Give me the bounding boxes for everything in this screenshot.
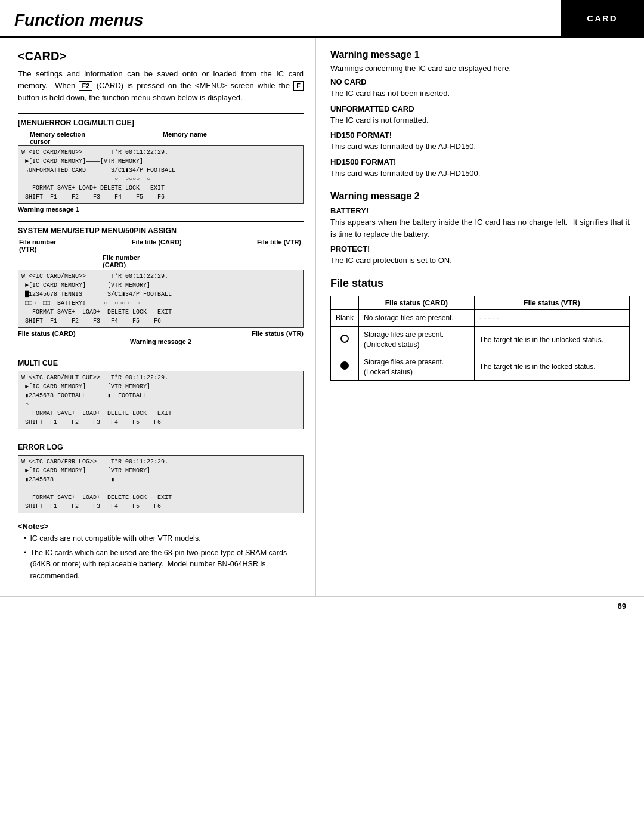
- left-column: <CARD> The settings and information can …: [0, 38, 316, 596]
- notes-section: <Notes> IC cards are not compatible with…: [18, 522, 304, 582]
- label-memory-selection: Memory selectioncursor: [30, 131, 85, 145]
- screen2-line-2: ►[IC CARD MEMORY] [VTR MEMORY]: [21, 281, 300, 290]
- el-line-2: ►[IC CARD MEMORY] [VTR MEMORY]: [21, 466, 300, 475]
- page-body: <CARD> The settings and information can …: [0, 38, 644, 596]
- mc-line-2: ►[IC CARD MEMORY] [VTR MEMORY]: [21, 382, 300, 391]
- card-intro-text: The settings and information can be save…: [18, 68, 304, 104]
- card-status-locked: Storage files are present.(Locked status…: [359, 354, 475, 381]
- el-line-1: W <<IC CARD/ERR LOG>> T*R 00:11:22:29.: [21, 457, 300, 466]
- col-header-vtr: File status (VTR): [474, 296, 629, 309]
- screen2-line-5: FORMAT SAVE+ LOAD+ DELETE LOCK EXIT: [21, 308, 300, 317]
- col-header-icon: [331, 296, 359, 309]
- unformatted-card-text: The IC card is not formatted.: [330, 114, 630, 126]
- unformatted-card-title: UNFORMATTED CARD: [330, 104, 630, 113]
- mc-line-6: SHIFT F1 F2 F3 F4 F5 F6: [21, 418, 300, 427]
- note-item-1: IC cards are not compatible with other V…: [24, 533, 304, 544]
- screen-line-1: W <IC CARD/MENU>> T*R 00:11:22:29.: [21, 148, 300, 157]
- mc-line-4: ○: [21, 400, 300, 409]
- warning1-intro: Warnings concerning the IC card are disp…: [330, 64, 630, 73]
- subsection-multi-cue: MULTI CUE: [18, 354, 304, 367]
- no-card-text: The IC card has not been inserted.: [330, 88, 630, 100]
- battery-text: This appears when the battery inside the…: [330, 216, 630, 240]
- note-item-2: The IC cards which can be used are the 6…: [24, 547, 304, 582]
- screen-line-5: FORMAT SAVE+ LOAD+ DELETE LOCK EXIT: [21, 184, 300, 193]
- icon-circle-open: [331, 326, 359, 354]
- page-title: Function menus: [0, 0, 561, 36]
- notes-list: IC cards are not compatible with other V…: [18, 533, 304, 582]
- screen-note-2: Warning message 2: [18, 338, 304, 345]
- label-file-title-card: File title (CARD): [132, 239, 182, 246]
- header-tab: CARD: [561, 0, 644, 36]
- protect-title: PROTECT!: [330, 244, 630, 253]
- screen2-line-3: █12345678 TENNIS S/C1▮34/P FOOTBALL: [21, 290, 300, 299]
- file-status-title: File status: [330, 277, 630, 290]
- vtr-status-locked: The target file is in the locked status.: [474, 354, 629, 381]
- screen2-line-6: SHIFT F1 F2 F3 F4 F5 F6: [21, 317, 300, 326]
- mc-line-5: FORMAT SAVE+ LOAD+ DELETE LOCK EXIT: [21, 409, 300, 418]
- notes-title: <Notes>: [18, 522, 304, 531]
- right-column: Warning message 1 Warnings concerning th…: [316, 38, 644, 596]
- hd150-title: HD150 FORMAT!: [330, 131, 630, 140]
- circle-filled-icon: [340, 361, 349, 370]
- screen-system-menu: W <<IC CARD/MENU>> T*R 00:11:22:29. ►[IC…: [18, 270, 304, 328]
- label-file-number-card: File number(CARD): [103, 254, 140, 268]
- circle-open-icon: [340, 335, 349, 343]
- el-line-3: ▮2345678 ▮: [21, 475, 300, 484]
- page-header: Function menus CARD: [0, 0, 644, 38]
- table-row: Blank No storage files are present. - - …: [331, 309, 630, 326]
- screen-line-6: SHIFT F1 F2 F3 F4 F5 F6: [21, 193, 300, 202]
- label-file-status-vtr: File status (VTR): [252, 330, 304, 337]
- screen-line-2: ►[IC CARD MEMORY]————[VTR MEMORY]: [21, 157, 300, 166]
- subsection-system-menu: SYSTEM MENU/SETUP MENU/50PIN ASSIGN: [18, 221, 304, 235]
- screen-line-4: ○ ○○○○ ○: [21, 175, 300, 184]
- screen2-line-1: W <<IC CARD/MENU>> T*R 00:11:22:29.: [21, 272, 300, 281]
- card-status-unlocked: Storage files are present.(Unlocked stat…: [359, 326, 475, 354]
- table-row: Storage files are present.(Unlocked stat…: [331, 326, 630, 354]
- label-file-title-vtr: File title (VTR): [257, 239, 301, 246]
- card-section-title: <CARD>: [18, 49, 304, 63]
- el-line-5: FORMAT SAVE+ LOAD+ DELETE LOCK EXIT: [21, 493, 300, 502]
- screen-line-3: ↳UNFORMATTED CARD S/C1▮34/P FOOTBALL: [21, 166, 300, 175]
- file-status-table: File status (CARD) File status (VTR) Bla…: [330, 296, 630, 382]
- screen-menu-error-log: W <IC CARD/MENU>> T*R 00:11:22:29. ►[IC …: [18, 145, 304, 204]
- el-line-4: [21, 484, 300, 493]
- screen-error-log: W <<IC CARD/ERR LOG>> T*R 00:11:22:29. ►…: [18, 455, 304, 513]
- subsection-error-log: ERROR LOG: [18, 438, 304, 451]
- screen-note-1: Warning message 1: [18, 206, 304, 213]
- mc-line-3: ▮2345678 FOOTBALL ▮ FOOTBALL: [21, 391, 300, 400]
- label-file-status-card: File status (CARD): [18, 330, 76, 337]
- el-line-6: SHIFT F1 F2 F3 F4 F5 F6: [21, 502, 300, 511]
- screen2-line-4: □□○ □□ BATTERY! ○ ○○○○ ○: [21, 299, 300, 308]
- warning2-title: Warning message 2: [330, 191, 630, 202]
- col-header-card: File status (CARD): [359, 296, 475, 309]
- table-row: Storage files are present.(Locked status…: [331, 354, 630, 381]
- page-number: 69: [0, 596, 644, 615]
- label-memory-name: Memory name: [163, 131, 207, 145]
- label-file-number-vtr: File number(VTR): [19, 239, 56, 253]
- mc-line-1: W <<IC CARD/MULT CUE>> T*R 00:11:22:29.: [21, 373, 300, 382]
- vtr-status-blank: - - - - -: [474, 309, 629, 326]
- icon-circle-filled: [331, 354, 359, 381]
- hd1500-title: HD1500 FORMAT!: [330, 157, 630, 166]
- battery-title: BATTERY!: [330, 206, 630, 215]
- screen-multi-cue: W <<IC CARD/MULT CUE>> T*R 00:11:22:29. …: [18, 371, 304, 429]
- no-card-title: NO CARD: [330, 78, 630, 86]
- hd1500-text: This card was formatted by the AJ-HD1500…: [330, 168, 630, 179]
- hd150-text: This card was formatted by the AJ-HD150.: [330, 141, 630, 153]
- vtr-status-unlocked: The target file is in the unlocked statu…: [474, 326, 629, 354]
- card-status-blank: No storage files are present.: [359, 309, 475, 326]
- protect-text: The IC card protection is set to ON.: [330, 255, 630, 267]
- warning1-title: Warning message 1: [330, 49, 630, 60]
- icon-blank: Blank: [331, 309, 359, 326]
- subsection-menu-error-log: [MENU/ERROR LOG/MULTI CUE]: [18, 113, 304, 127]
